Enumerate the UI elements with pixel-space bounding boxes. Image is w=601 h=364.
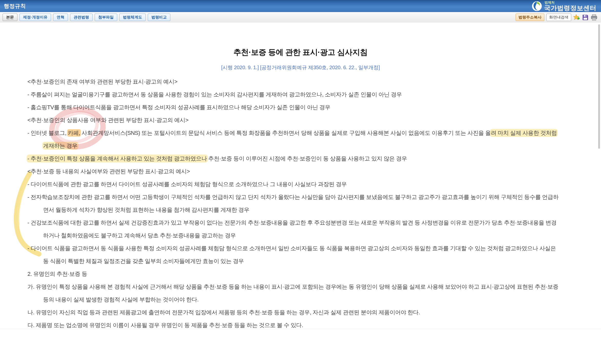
highlighted-text: 게재하는 경우 [43, 143, 77, 149]
copy-law-url-button[interactable]: 법령주소복사 [516, 14, 544, 21]
browser-navbar: N [0, 329, 601, 364]
doc-line: <추천·보증인의 상품사용 여부와 관련된 부당한 표시·광고의 예시> [27, 114, 188, 127]
doc-text: - 건강보조식품에 대한 광고를 하면서 실제 건강증진효과가 있고 부작용이 … [27, 219, 557, 226]
toolbar-tabs: 본문제정·개정이유연혁관련법령첨부파일법령체계도법령비교 [3, 14, 170, 21]
doc-text: 나. 유명인이 자신의 직업 등과 관련된 제품광고에 출연하여 전문가적 입장… [27, 309, 420, 316]
doc-text: 하거나 철회하였음에도 불구하고 계속해서 당초 추천·보증내용을 광고하는 경… [43, 232, 236, 239]
highlighted-text: 려 마치 실제 사용한 것처럼 [491, 130, 557, 136]
doc-text: <추천·보증 등 내용의 사실여부와 관련된 부당한 표시·광고의 예시> [27, 168, 190, 175]
document-body: 추천·보증 등에 관한 표시·광고 심사지침 [시행 2020. 9. 1.] … [0, 23, 601, 329]
logo-site-label: 국가법령정보센터 [544, 5, 596, 11]
doc-text: - 주름살이 펴지는 얼굴미용기구를 광고하면서 동 상품을 사용한 경험이 있… [27, 91, 402, 98]
doc-line: - 전자학습보조장치에 관한 광고를 하면서 어떤 고등학생이 구체적인 석차를… [27, 191, 559, 204]
tab-structure[interactable]: 법령체계도 [119, 14, 146, 21]
tab-reason[interactable]: 제정·개정이유 [19, 14, 51, 21]
doc-text: - 다이어트 식품을 광고하면서 동 식품을 사용한 특정 소비자의 성공사례를… [27, 245, 556, 251]
document-title: 추천·보증 등에 관한 표시·광고 심사지침 [0, 47, 601, 58]
law-toolbar: 본문제정·개정이유연혁관련법령첨부파일법령체계도법령비교 법령주소복사화면내검색 [0, 12, 601, 23]
doc-line: - 주름살이 펴지는 얼굴미용기구를 광고하면서 동 상품을 사용한 경험이 있… [27, 88, 402, 101]
doc-text: 다. 제품명 또는 업소명에 유명인의 이름이 사용될 경우 유명인이 동 제품… [27, 322, 303, 328]
doc-text: <추천·보증인의 존재 여부와 관련된 부당한 표시·광고의 예시> [27, 78, 178, 85]
doc-line: 2. 유명인의 추천·보증 등 [27, 268, 87, 280]
document-subtitle: [시행 2020. 9. 1.] [공정거래위원회예규 제350호, 2020.… [0, 64, 601, 71]
doc-line: - 다이어트 식품을 광고하면서 동 식품을 사용한 특정 소비자의 성공사례를… [27, 242, 556, 255]
doc-text: <추천·보증인의 상품사용 여부와 관련된 부당한 표시·광고의 예시> [27, 117, 188, 123]
doc-text: 가. 유명인이 특정 상품을 사용해 본 경험적 사실에 근거해서 해당 상품을… [27, 284, 558, 290]
app-header: 행정규칙 법제처 국가법령정보센터 [0, 0, 601, 12]
toolbar-action-buttons: 법령주소복사화면내검색 [516, 14, 571, 21]
doc-text: 동 식품이 특별한 체질과 일정조건을 갖춘 일부의 소비자들에게만 효능이 있… [43, 258, 244, 264]
doc-line: 나. 유명인이 자신의 직업 등과 관련된 제품광고에 출연하여 전문가적 입장… [27, 306, 420, 319]
doc-line: - 건강보조식품에 대한 광고를 하면서 실제 건강증진효과가 있고 부작용이 … [27, 216, 557, 229]
doc-line: 면서 월등하게 석차가 향상된 것처럼 표현하는 내용을 첨가해 감사편지를 게… [43, 204, 249, 216]
doc-text: 사회관계망서비스(SNS) 또는 포털사이트의 문답식 서비스 등에 특정 화장… [80, 130, 491, 136]
doc-line: 게재하는 경우 [43, 139, 77, 152]
doc-text: - 홈쇼핑TV를 통해 다이어트식품을 광고하면서 특정 소비자의 성공사례를 … [27, 104, 330, 110]
doc-line: <추천·보증인의 존재 여부와 관련된 부당한 표시·광고의 예시> [27, 75, 178, 88]
toolbar-actions: 법령주소복사화면내검색 [516, 14, 597, 21]
tab-history[interactable]: 연혁 [53, 14, 68, 21]
logo-agency-label: 법제처 [545, 1, 596, 4]
doc-text: 2. 유명인의 추천·보증 등 [27, 271, 87, 277]
doc-line: - 홈쇼핑TV를 통해 다이어트식품을 광고하면서 특정 소비자의 성공사례를 … [27, 101, 330, 114]
doc-text: 면서 월등하게 석차가 향상된 것처럼 표현하는 내용을 첨가해 감사편지를 게… [43, 207, 249, 213]
tab-compare[interactable]: 법령비교 [148, 14, 170, 21]
scrollbar[interactable] [598, 24, 600, 149]
doc-line: 등의 내용이 실제 발생한 경험적 사실에 부합하는 것이어야 한다. [43, 293, 199, 306]
doc-line: <추천·보증 등 내용의 사실여부와 관련된 부당한 표시·광고의 예시> [27, 165, 190, 178]
print-icon[interactable] [591, 14, 597, 21]
doc-line: - 인터넷 블로그, 카페, 사회관계망서비스(SNS) 또는 포털사이트의 문… [27, 127, 557, 139]
save-icon[interactable] [582, 14, 589, 21]
tab-bonmun[interactable]: 본문 [3, 14, 17, 21]
moleg-emblem-icon [531, 1, 542, 12]
page-title: 행정규칙 [4, 3, 26, 10]
site-logo[interactable]: 법제처 국가법령정보센터 [531, 1, 596, 12]
favorite-add-icon[interactable] [573, 14, 580, 21]
doc-line: 동 식품이 특별한 체질과 일정조건을 갖춘 일부의 소비자들에게만 효능이 있… [43, 255, 244, 268]
doc-text: 등의 내용이 실제 발생한 경험적 사실에 부합하는 것이어야 한다. [43, 296, 199, 303]
doc-text: - 인터넷 블로그, [27, 130, 68, 136]
doc-line: - 다이어트식품에 관한 광고를 하면서 다이어트 성공사례를 소비자의 체험담… [27, 178, 347, 191]
tab-attachments[interactable]: 첨부파일 [95, 14, 117, 21]
highlighted-text: 카페, [68, 130, 80, 136]
doc-line: 하거나 철회하였음에도 불구하고 계속해서 당초 추천·보증내용을 광고하는 경… [43, 229, 236, 242]
doc-line: - 추천·보증인이 특정 상품을 계속해서 사용하고 있는 것처럼 광고하였으나… [27, 152, 407, 165]
doc-text: - 다이어트식품에 관한 광고를 하면서 다이어트 성공사례를 소비자의 체험담… [27, 181, 347, 187]
doc-text: 추천·보증 등이 이루어진 시점에 추천·보증인이 동 상품을 사용하고 있지 … [207, 155, 407, 162]
find-in-page-button[interactable]: 화면내검색 [546, 14, 571, 21]
highlighted-text: - 추천·보증인이 특정 상품을 계속해서 사용하고 있는 것처럼 광고하였으나 [27, 155, 207, 162]
tab-related[interactable]: 관련법령 [70, 14, 93, 21]
doc-line: 다. 제품명 또는 업소명에 유명인의 이름이 사용될 경우 유명인이 동 제품… [27, 319, 303, 332]
doc-line: 가. 유명인이 특정 상품을 사용해 본 경험적 사실에 근거해서 해당 상품을… [27, 280, 558, 293]
doc-text: - 전자학습보조장치에 관한 광고를 하면서 어떤 고등학생이 구체적인 석차를… [27, 194, 559, 200]
